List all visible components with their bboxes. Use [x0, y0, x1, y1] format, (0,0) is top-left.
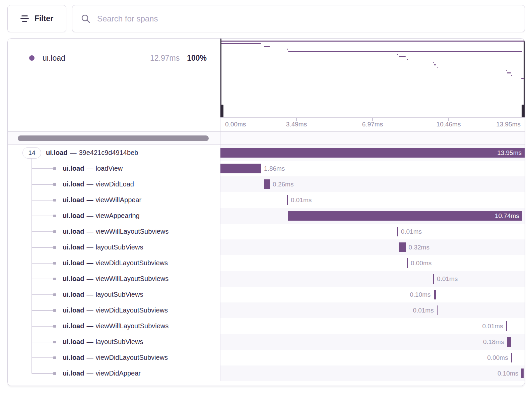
span-description: viewWillAppear — [95, 196, 141, 204]
span-tree-cell: ui.load—viewWillLayoutSubviews — [8, 271, 220, 287]
span-bar[interactable]: 10.74ms — [288, 211, 522, 221]
span-op: ui.load — [63, 259, 84, 267]
span-waterfall-cell: 0.32ms — [220, 239, 525, 255]
axis-label: 10.46ms — [437, 121, 461, 128]
span-row[interactable]: ui.load—viewDidLoad0.26ms — [8, 176, 525, 192]
span-bar[interactable]: 13.95ms — [220, 148, 525, 158]
minimap-span-bar — [521, 78, 524, 79]
filter-button-label: Filter — [35, 14, 53, 23]
span-waterfall-cell: 0.01ms — [220, 318, 525, 334]
span-waterfall-cell: 10.74ms — [220, 208, 525, 224]
span-waterfall-cell: 1.86ms — [220, 161, 525, 176]
legend-percent: 100% — [187, 54, 207, 63]
minimap-span-bar — [220, 43, 261, 44]
span-row[interactable]: ui.load—layoutSubViews0.10ms — [8, 287, 525, 302]
span-row[interactable]: ui.load—viewDidAppear0.10ms — [8, 365, 525, 381]
span-bar[interactable] — [220, 164, 261, 173]
span-tree-cell: ui.load—viewDidLoad — [8, 176, 220, 192]
span-bar[interactable] — [437, 305, 438, 315]
minimap-span-bar — [511, 75, 512, 76]
span-bar[interactable] — [511, 353, 512, 362]
scrollbar-track[interactable] — [8, 132, 220, 145]
tree-connector-line — [32, 216, 53, 216]
legend-op-label: ui.load — [43, 54, 65, 63]
trace-view-page: Filter ui.load 12.97ms 100% — [0, 0, 532, 397]
span-tree-cell: 14ui.load—39e421c9d4914beb — [8, 145, 220, 161]
span-bar[interactable] — [287, 195, 288, 205]
span-duration-label: 0.32ms — [409, 239, 429, 255]
minimap-span-bar — [264, 46, 270, 47]
span-row[interactable]: ui.load—loadView1.86ms — [8, 161, 525, 176]
span-label-separator: — — [86, 180, 93, 188]
span-bar[interactable] — [407, 258, 408, 268]
span-row[interactable]: ui.load—layoutSubViews0.32ms — [8, 239, 525, 255]
minimap-left-drag-handle[interactable] — [220, 105, 223, 117]
span-bar[interactable] — [399, 242, 406, 252]
span-label: ui.load—viewWillLayoutSubviews — [63, 271, 169, 287]
axis-tick — [448, 118, 449, 121]
span-row[interactable]: ui.load—viewAppearing10.74ms — [8, 208, 525, 224]
span-op: ui.load — [63, 275, 84, 282]
tree-connector-line — [32, 294, 53, 295]
span-waterfall-cell: 0.00ms — [220, 255, 525, 271]
span-row[interactable]: ui.load—viewWillLayoutSubviews0.01ms — [8, 271, 525, 287]
span-row[interactable]: 14ui.load—39e421c9d4914beb13.95ms — [8, 145, 525, 161]
span-label: ui.load—layoutSubViews — [63, 334, 143, 350]
span-description: layoutSubViews — [95, 243, 143, 251]
span-row[interactable]: ui.load—viewDidLayoutSubviews0.00ms — [8, 255, 525, 271]
minimap-right-drag-handle[interactable] — [522, 105, 525, 117]
span-row[interactable]: ui.load—viewDidLayoutSubviews0.00ms — [8, 350, 525, 365]
span-duration-label: 0.18ms — [483, 334, 504, 350]
span-row[interactable]: ui.load—viewWillLayoutSubviews0.01ms — [8, 224, 525, 239]
span-description: 39e421c9d4914beb — [79, 149, 138, 156]
span-children-count-badge[interactable]: 14 — [22, 147, 41, 159]
span-duration-label: 0.01ms — [482, 318, 503, 334]
span-bar[interactable] — [506, 321, 507, 331]
span-bar[interactable] — [433, 274, 434, 284]
span-tree-cell: ui.load—layoutSubViews — [8, 334, 220, 350]
span-op: ui.load — [63, 180, 84, 188]
tree-connector-line — [32, 200, 53, 201]
span-op: ui.load — [63, 291, 84, 298]
span-bar[interactable] — [397, 227, 398, 236]
span-duration-label: 0.26ms — [273, 176, 293, 192]
span-waterfall-cell: 0.18ms — [220, 334, 525, 350]
span-waterfall-cell: 0.00ms — [220, 350, 525, 365]
legend-row-ui-load[interactable]: ui.load 12.97ms 100% — [8, 51, 220, 65]
span-tree-cell: ui.load—viewWillLayoutSubviews — [8, 318, 220, 334]
span-tree-cell: ui.load—viewWillAppear — [8, 192, 220, 208]
span-label: ui.load—viewDidLayoutSubviews — [63, 350, 168, 365]
span-op: ui.load — [63, 212, 84, 219]
span-duration-label: 0.10ms — [497, 365, 518, 381]
span-op: ui.load — [63, 196, 84, 204]
filter-icon — [20, 15, 29, 22]
tree-connector-line — [32, 247, 53, 248]
tree-connector-line — [32, 168, 53, 169]
span-bar[interactable] — [521, 368, 524, 378]
tree-connector-dot — [53, 325, 56, 328]
trace-minimap[interactable] — [220, 39, 525, 118]
search-input[interactable] — [97, 14, 517, 23]
span-description: viewAppearing — [95, 212, 139, 219]
tree-trunk-line — [31, 365, 32, 374]
span-bar[interactable] — [264, 179, 270, 189]
span-bar[interactable] — [434, 290, 436, 299]
scrollbar-thumb[interactable] — [18, 135, 209, 141]
span-label-separator: — — [86, 370, 93, 377]
tree-connector-dot — [53, 293, 56, 296]
filter-button[interactable]: Filter — [7, 5, 66, 32]
span-waterfall-cell: 0.10ms — [220, 365, 525, 381]
span-row[interactable]: ui.load—viewWillAppear0.01ms — [8, 192, 525, 208]
span-tree-cell: ui.load—viewAppearing — [8, 208, 220, 224]
tree-connector-line — [32, 184, 53, 185]
span-tree-cell: ui.load—viewWillLayoutSubviews — [8, 224, 220, 239]
span-bar[interactable] — [507, 337, 511, 347]
span-search-box[interactable] — [72, 5, 525, 32]
span-description: viewDidLoad — [95, 180, 134, 188]
tree-connector-line — [32, 279, 53, 279]
tree-connector-line — [32, 373, 53, 374]
span-row[interactable]: ui.load—viewDidLayoutSubviews0.01ms — [8, 302, 525, 318]
span-row[interactable]: ui.load—viewWillLayoutSubviews0.01ms — [8, 318, 525, 334]
span-row[interactable]: ui.load—layoutSubViews0.18ms — [8, 334, 525, 350]
tree-connector-dot — [53, 215, 56, 217]
